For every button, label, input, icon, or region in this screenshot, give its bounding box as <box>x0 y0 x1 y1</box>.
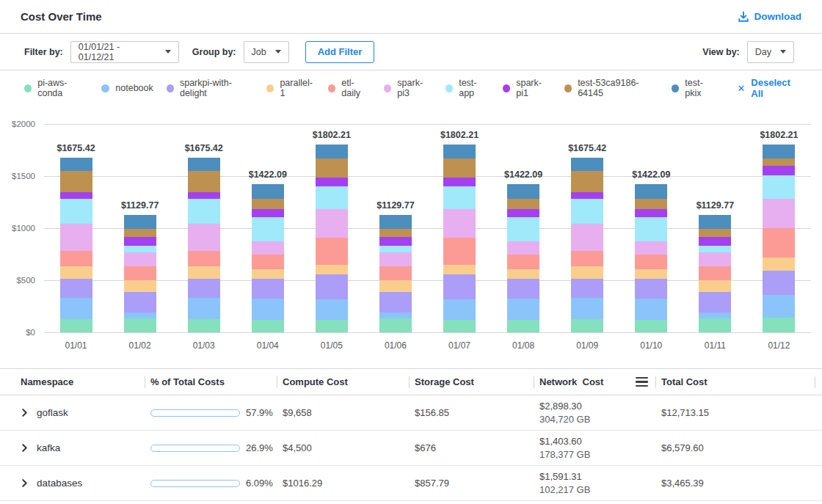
network-gb-value: 178,377 GB <box>539 448 655 461</box>
column-settings-icon[interactable] <box>636 377 648 387</box>
column-header-percent-of-total-costs[interactable]: % of Total Costs <box>145 369 277 395</box>
chart-bar-segment <box>316 238 348 265</box>
column-header-storage-cost[interactable]: Storage Cost <box>409 369 534 395</box>
total-cost-cell: $3,465.39 <box>655 478 811 489</box>
chart-bar-segment <box>60 224 92 251</box>
title-bar: Cost Over Time Download <box>0 0 822 34</box>
legend-item[interactable]: spark-pi3 <box>384 78 432 98</box>
chart-bar-segment <box>188 158 220 170</box>
date-range-select[interactable]: 01/01/21 - 01/12/21 <box>70 41 179 63</box>
legend-label: spark-pi1 <box>516 78 551 98</box>
legend-item[interactable]: spark-pi1 <box>503 78 551 98</box>
chart-bar-segment <box>60 298 92 319</box>
chevron-down-icon <box>165 50 171 54</box>
column-header-network-cost[interactable]: Network Cost <box>534 369 655 395</box>
download-button[interactable]: Download <box>738 11 802 23</box>
chart-bar[interactable] <box>60 158 92 332</box>
chart-bar-segment <box>188 171 220 192</box>
expand-chevron-icon[interactable] <box>21 409 29 417</box>
legend-item[interactable]: notebook <box>101 83 153 93</box>
chart-bar[interactable] <box>252 184 284 332</box>
chart-bar[interactable] <box>188 158 220 332</box>
cost-over-time-chart: $0$500$1000$1500$2000$1675.4201/01$1129.… <box>0 113 822 362</box>
bar-total-label: $1129.77 <box>696 200 734 211</box>
legend-label: test-app <box>459 78 490 98</box>
chart-bar-segment <box>571 171 603 192</box>
table-row: kafka26.9%$4,500$676$1,403.60178,377 GB$… <box>0 431 822 466</box>
chart-bar[interactable] <box>316 145 348 332</box>
chart-bar-segment <box>635 320 667 332</box>
chart-bar-segment <box>635 279 667 299</box>
x-axis-label: 01/03 <box>193 340 215 351</box>
legend-item[interactable]: sparkpi-with-delight <box>167 78 253 98</box>
chart-bar-segment <box>379 246 412 252</box>
chart-bar-segment <box>763 158 795 166</box>
chart-bar[interactable] <box>124 215 156 332</box>
chart-bar-segment <box>763 175 795 199</box>
chart-bar[interactable] <box>443 145 476 332</box>
chart-bar-segment <box>316 320 348 332</box>
chart-bar-segment <box>124 292 156 313</box>
chart-bar[interactable] <box>507 184 539 332</box>
percent-cell: 26.9% <box>145 442 277 453</box>
deselect-all-label: Deselect All <box>751 77 801 99</box>
expand-chevron-icon[interactable] <box>21 444 29 452</box>
chart-bar-segment <box>443 145 476 158</box>
legend-color-dot <box>564 84 572 92</box>
group-by-select[interactable]: Job <box>244 41 289 63</box>
column-header-total-cost[interactable]: Total Cost <box>655 369 811 395</box>
chart-bar-segment <box>316 158 348 178</box>
gridline <box>44 280 811 281</box>
chart-bar-segment <box>60 171 92 192</box>
legend-label: test-pkix <box>685 78 716 98</box>
chart-bar[interactable] <box>763 145 795 332</box>
date-range-value: 01/01/21 - 01/12/21 <box>79 42 156 62</box>
chart-bar-segment <box>763 145 795 158</box>
chart-bar[interactable] <box>699 215 731 332</box>
x-axis-label: 01/11 <box>705 340 726 351</box>
x-axis-label: 01/07 <box>448 340 470 351</box>
legend-item[interactable]: test-app <box>445 78 490 98</box>
table-body: goflask57.9%$9,658$156.85$2,898.30304,72… <box>0 395 822 501</box>
chart-bar[interactable] <box>379 215 412 332</box>
legend-label: spark-pi3 <box>397 78 432 98</box>
chart-bar-segment <box>507 299 539 320</box>
legend-color-dot <box>101 84 109 92</box>
chart-bar-segment <box>571 319 603 332</box>
namespace-name: kafka <box>37 442 60 453</box>
column-header-compute-cost[interactable]: Compute Cost <box>277 369 409 395</box>
chart-bar-segment <box>60 251 92 266</box>
network-cost-cell: $1,591.31102,217 GB <box>534 470 655 497</box>
legend-color-dot <box>24 84 32 92</box>
legend-item[interactable]: test-53ca9186-64145 <box>564 78 658 98</box>
chart-bar-segment <box>443 209 476 238</box>
column-header-namespace[interactable]: Namespace <box>21 369 145 395</box>
view-by-select[interactable]: Day <box>747 41 794 63</box>
chart-bar-segment <box>699 252 731 266</box>
chart-bar-segment <box>635 241 667 255</box>
chart-bar[interactable] <box>571 158 603 332</box>
x-axis-label: 01/04 <box>257 340 279 351</box>
legend-item[interactable]: parallel-1 <box>266 78 315 98</box>
gridline <box>44 228 811 229</box>
chart-bar-segment <box>188 279 220 299</box>
chart-bar-segment <box>379 237 412 246</box>
total-cost-cell: $12,713.15 <box>655 407 811 418</box>
chart-bar-segment <box>635 255 667 269</box>
legend-item[interactable]: pi-aws-conda <box>24 78 88 98</box>
bar-total-label: $1675.42 <box>568 143 606 153</box>
chart-bar-segment <box>507 241 539 255</box>
deselect-all-button[interactable]: ✕ Deselect All <box>737 77 801 99</box>
add-filter-button[interactable]: Add Filter <box>305 41 375 63</box>
chart-bar-segment <box>60 199 92 224</box>
chart-bar-segment <box>507 199 539 209</box>
chart-bar-segment <box>507 279 539 299</box>
legend-item[interactable]: test-pkix <box>672 78 716 98</box>
expand-chevron-icon[interactable] <box>21 479 29 487</box>
legend-item[interactable]: etl-daily <box>328 78 371 98</box>
table-header-row: Namespace % of Total Costs Compute Cost … <box>0 369 822 395</box>
namespace-name: databases <box>37 478 82 489</box>
chart-bar[interactable] <box>635 184 667 332</box>
gridline <box>44 332 811 333</box>
filter-by-label: Filter by: <box>24 47 63 57</box>
